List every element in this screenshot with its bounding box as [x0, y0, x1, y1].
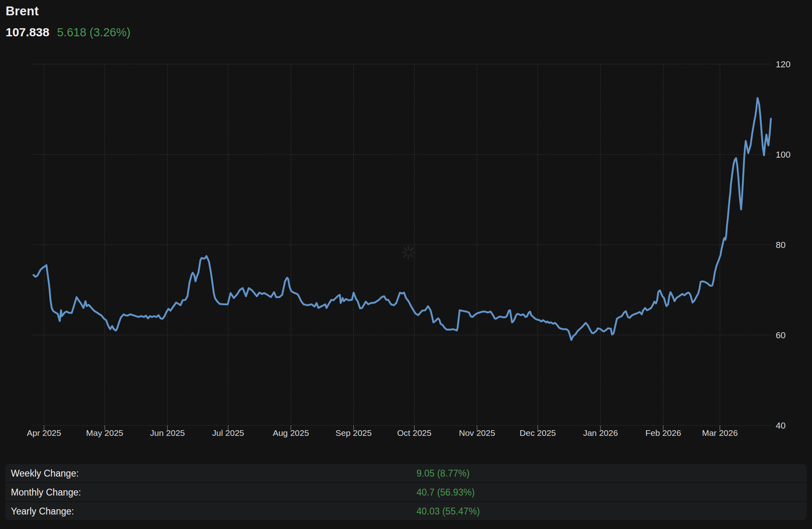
loading-spinner-icon	[410, 254, 413, 257]
y-axis-label: 60	[776, 330, 785, 340]
x-axis-label: Apr 2025	[27, 428, 61, 437]
loading-spinner-icon	[410, 248, 413, 250]
stats-label: Monthly Change:	[11, 487, 81, 498]
x-axis-label: Sep 2025	[335, 428, 372, 437]
stats-value: 40.7 (56.93%)	[416, 487, 475, 498]
x-axis-label: Jun 2025	[150, 428, 185, 437]
y-axis-label: 40	[776, 421, 785, 431]
y-axis-label: 80	[776, 240, 785, 250]
stats-row: Yearly Change:40.03 (55.47%)	[5, 501, 807, 520]
x-axis-label: Jul 2025	[212, 428, 244, 437]
y-axis-label: 120	[776, 59, 791, 69]
stats-value: 40.03 (55.47%)	[416, 506, 480, 517]
x-axis-label: Aug 2025	[273, 428, 309, 437]
stats-label: Weekly Change:	[11, 468, 79, 479]
x-axis-label: Feb 2026	[645, 428, 681, 437]
price-chart[interactable]: 406080100120Apr 2025May 2025Jun 2025Jul …	[0, 0, 812, 456]
change-stats-panel: Weekly Change:9.05 (8.77%)Monthly Change…	[5, 464, 807, 520]
x-axis-label: Oct 2025	[397, 428, 431, 437]
stats-row: Weekly Change:9.05 (8.77%)	[5, 464, 807, 482]
stats-label: Yearly Change:	[11, 506, 74, 517]
loading-spinner-icon	[404, 248, 406, 250]
page: { "header": { "title": "Brent", "price":…	[0, 0, 812, 529]
stats-value: 9.05 (8.77%)	[416, 468, 470, 479]
x-axis-label: Dec 2025	[520, 428, 556, 437]
x-axis-label: May 2025	[86, 428, 123, 437]
loading-spinner-icon	[404, 254, 406, 257]
stats-row: Monthly Change:40.7 (56.93%)	[5, 482, 807, 501]
x-axis-label: Nov 2025	[459, 428, 495, 437]
price-line-series	[33, 98, 771, 340]
x-axis-label: Mar 2026	[702, 428, 738, 437]
x-axis-label: Jan 2026	[583, 428, 618, 437]
y-axis-label: 100	[776, 150, 791, 160]
